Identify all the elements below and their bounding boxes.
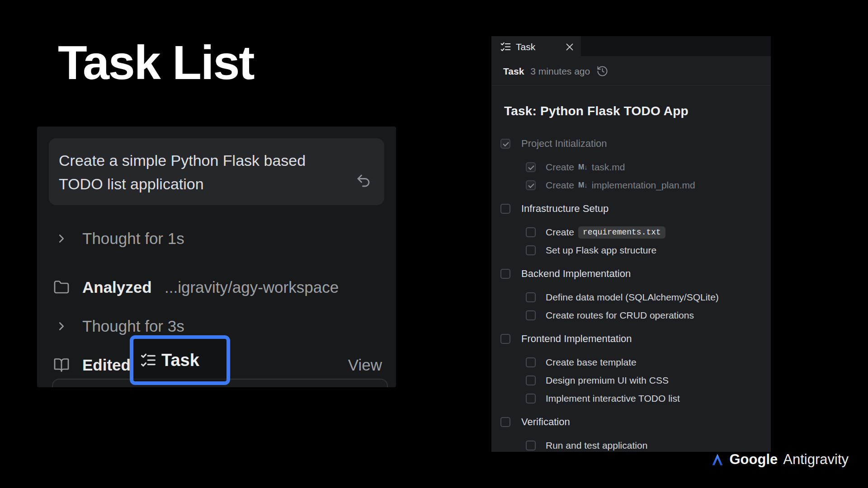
chevron-right-icon bbox=[52, 230, 71, 248]
group-checkbox[interactable] bbox=[500, 334, 510, 344]
item-label: Createrequirements.txt bbox=[546, 226, 665, 239]
task-group-items: CreateM↓task.mdCreateM↓implementation_pl… bbox=[491, 158, 771, 194]
task-group-row: Verification bbox=[491, 413, 771, 431]
task-item-row: Create routes for CRUD operations bbox=[491, 306, 771, 324]
group-label: Backend Implementation bbox=[521, 268, 631, 280]
task-checklist: Project InitializationCreateM↓task.mdCre… bbox=[491, 135, 771, 452]
task-group-row: Project Initialization bbox=[491, 135, 771, 153]
group-label: Project Initialization bbox=[521, 138, 607, 150]
task-group-row: Infrastructure Setup bbox=[491, 200, 771, 218]
item-text: Create bbox=[546, 180, 574, 191]
task-chip-highlight[interactable]: Task bbox=[130, 335, 230, 385]
undo-icon bbox=[355, 173, 372, 189]
group-checkbox[interactable] bbox=[500, 269, 510, 279]
file-name: implementation_plan.md bbox=[592, 180, 695, 191]
item-checkbox[interactable] bbox=[526, 441, 536, 450]
task-item-row: CreateM↓implementation_plan.md bbox=[491, 176, 771, 194]
history-button[interactable] bbox=[596, 65, 609, 77]
group-checkbox[interactable] bbox=[500, 139, 510, 149]
item-label: Implement interactive TODO list bbox=[546, 393, 680, 404]
group-checkbox[interactable] bbox=[500, 417, 510, 427]
step-thought-2[interactable]: Thought for 3s bbox=[37, 316, 396, 336]
checklist-icon bbox=[141, 352, 156, 368]
workspace-path: ...igravity/agy-workspace bbox=[165, 278, 339, 296]
item-checkbox[interactable] bbox=[526, 162, 536, 172]
item-label: Create routes for CRUD operations bbox=[546, 310, 694, 321]
item-checkbox[interactable] bbox=[526, 375, 536, 385]
group-label: Infrastructure Setup bbox=[521, 203, 609, 215]
item-checkbox[interactable] bbox=[526, 227, 536, 237]
item-checkbox[interactable] bbox=[526, 180, 536, 190]
task-group: Backend ImplementationDefine data model … bbox=[491, 265, 771, 324]
group-label: Frontend Implementation bbox=[521, 333, 632, 345]
item-label: Set up Flask app structure bbox=[546, 245, 656, 256]
history-icon bbox=[596, 65, 609, 77]
user-prompt-bubble: Create a simple Python Flask based TODO … bbox=[49, 138, 384, 205]
task-group-items: Createrequirements.txtSet up Flask app s… bbox=[491, 223, 771, 259]
task-panel-header: Task 3 minutes ago bbox=[491, 57, 771, 86]
task-group-items: Define data model (SQLAlchemy/SQLite)Cre… bbox=[491, 288, 771, 324]
group-checkbox[interactable] bbox=[500, 204, 510, 214]
item-checkbox[interactable] bbox=[526, 357, 536, 367]
undo-button[interactable] bbox=[354, 172, 373, 190]
step-label: Edited bbox=[82, 356, 131, 374]
group-label: Verification bbox=[521, 416, 570, 428]
item-checkbox[interactable] bbox=[526, 310, 536, 320]
page-title: Task List bbox=[58, 35, 254, 90]
item-checkbox[interactable] bbox=[526, 245, 536, 255]
close-icon bbox=[564, 41, 576, 53]
tab-task[interactable]: Task bbox=[491, 36, 581, 57]
task-group: Project InitializationCreateM↓task.mdCre… bbox=[491, 135, 771, 194]
task-group: Infrastructure SetupCreaterequirements.t… bbox=[491, 200, 771, 259]
tab-bar: Task bbox=[491, 36, 771, 57]
checklist-icon bbox=[500, 42, 511, 52]
task-item-row: Run and test application bbox=[491, 436, 771, 452]
task-chip-label: Task bbox=[161, 351, 199, 370]
brand-product: Antigravity bbox=[783, 451, 849, 468]
task-group-row: Backend Implementation bbox=[491, 265, 771, 283]
step-label: Analyzed bbox=[82, 278, 152, 296]
task-document: Task: Python Flask TODO App Project Init… bbox=[491, 86, 771, 452]
item-checkbox[interactable] bbox=[526, 292, 536, 302]
step-thought-1[interactable]: Thought for 1s bbox=[37, 229, 396, 249]
item-text: Create bbox=[546, 227, 574, 238]
chevron-right-icon bbox=[52, 317, 71, 335]
brand-company: Google bbox=[729, 451, 778, 468]
user-prompt-text: Create a simple Python Flask based TODO … bbox=[59, 149, 321, 196]
item-checkbox[interactable] bbox=[526, 394, 536, 404]
task-artifact-panel: Task Task 3 minutes ago Task: Python Fla… bbox=[491, 36, 771, 452]
item-label: Run and test application bbox=[546, 440, 647, 451]
task-item-row: Design premium UI with CSS bbox=[491, 371, 771, 389]
task-group-row: Frontend Implementation bbox=[491, 330, 771, 348]
item-label: Create base template bbox=[546, 357, 637, 368]
item-label: CreateM↓task.md bbox=[546, 162, 625, 173]
task-item-row: Set up Flask app structure bbox=[491, 241, 771, 259]
task-item-row: Create base template bbox=[491, 353, 771, 371]
task-group-items: Run and test application bbox=[491, 436, 771, 452]
task-document-title: Task: Python Flask TODO App bbox=[504, 104, 689, 118]
folder-icon bbox=[52, 278, 71, 296]
book-open-icon bbox=[52, 356, 71, 374]
header-timestamp: 3 minutes ago bbox=[530, 66, 590, 77]
header-title: Task bbox=[503, 66, 524, 77]
item-label: Design premium UI with CSS bbox=[546, 375, 669, 386]
step-analyzed[interactable]: Analyzed ...igravity/agy-workspace bbox=[37, 277, 396, 297]
item-text: Create bbox=[546, 162, 574, 173]
task-item-row: Define data model (SQLAlchemy/SQLite) bbox=[491, 288, 771, 306]
antigravity-logo-icon bbox=[710, 452, 725, 467]
task-item-row: Createrequirements.txt bbox=[491, 223, 771, 241]
task-item-row: Implement interactive TODO list bbox=[491, 389, 771, 408]
view-link[interactable]: View bbox=[348, 356, 382, 374]
file-name: task.md bbox=[592, 162, 625, 173]
item-label: Define data model (SQLAlchemy/SQLite) bbox=[546, 292, 719, 303]
agent-conversation-panel: Create a simple Python Flask based TODO … bbox=[37, 127, 396, 387]
tab-label: Task bbox=[516, 42, 535, 52]
brand-lockup: Google Antigravity bbox=[710, 450, 849, 469]
markdown-icon: M↓ bbox=[578, 182, 588, 189]
task-item-row: CreateM↓task.md bbox=[491, 158, 771, 176]
close-tab-button[interactable] bbox=[564, 41, 576, 53]
task-group: Frontend ImplementationCreate base templ… bbox=[491, 330, 771, 408]
task-group: VerificationRun and test application bbox=[491, 413, 771, 452]
code-chip: requirements.txt bbox=[578, 226, 665, 239]
task-group-items: Create base templateDesign premium UI wi… bbox=[491, 353, 771, 408]
